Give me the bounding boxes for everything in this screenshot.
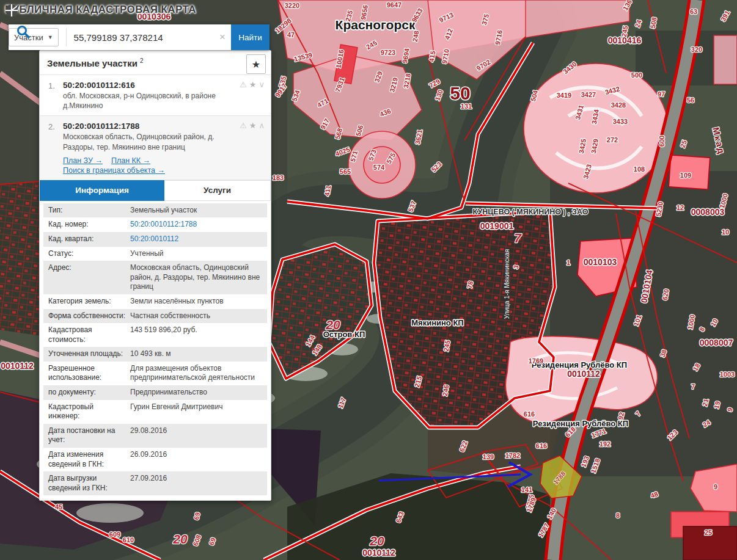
map-label: 108 (634, 165, 645, 173)
map-label: 20 (369, 534, 384, 548)
info-row: Статус:Учтенный (43, 247, 267, 261)
map-label: 20 (325, 318, 340, 332)
map-label: 78 (466, 280, 474, 289)
clear-search-icon[interactable]: × (214, 31, 231, 43)
info-label: Дата постановки на учет: (43, 424, 129, 448)
map-label: 1782 (505, 452, 520, 459)
tab-info[interactable]: Информация (40, 180, 164, 201)
info-value: 10 493 кв. м (129, 347, 267, 362)
info-row: Адрес:Московская область, Одинцовский ра… (43, 261, 267, 294)
search-icon[interactable] (16, 24, 31, 39)
warning-icon[interactable]: ⚠ (240, 81, 247, 89)
favorite-icon[interactable]: ★ (249, 81, 257, 89)
info-row: Кадастровый инженер:Гурин Евгений Дмитри… (43, 400, 267, 424)
map-label: 0010112 (362, 548, 395, 558)
results-header: Земельные участки 2 ★ (40, 51, 271, 75)
results-count: 2 (140, 57, 144, 64)
map-label: 1 (566, 259, 570, 266)
info-row: по документу:Предпринимательство (43, 385, 267, 400)
map-label: 0010112 (1, 361, 34, 371)
map-label: 45 (55, 503, 62, 511)
collapse-icon[interactable]: ∧ (258, 122, 265, 129)
detail-tabs: ИнформацияУслуги (40, 180, 271, 201)
map-label: 192 (600, 440, 610, 448)
info-row: Уточненная площадь:10 493 кв. м (43, 347, 267, 362)
info-label: Кад. квартал: (43, 232, 129, 247)
results-panel: Земельные участки 2 ★ ⚠★∨1.50:20:0010112… (39, 50, 271, 501)
map-label: 141 (521, 486, 532, 493)
map-label: 565 (340, 168, 351, 175)
info-value-link[interactable]: 50:20:0010112:1788 (129, 217, 267, 232)
chevron-down-icon: ▼ (48, 34, 53, 40)
map-label: 9 (714, 483, 717, 490)
item-link[interactable]: План КК → (111, 156, 150, 165)
info-label: Разрешенное использование: (43, 362, 129, 385)
map-label: 616 (536, 442, 547, 449)
item-index: 1. (48, 81, 63, 111)
map-label: 7 (514, 231, 522, 245)
map-label: 0010112 (567, 369, 600, 379)
map-label: 10 (722, 228, 729, 236)
map-label: 609 (109, 531, 120, 538)
map-label: 3220 (285, 2, 299, 9)
info-label: Кадастровая стоимость: (43, 323, 129, 347)
tab-services[interactable]: Услуги (164, 180, 271, 201)
info-row: Дата изменения сведений в ГКН:26.09.2016 (43, 448, 267, 471)
map-label: 1769 (529, 357, 543, 365)
map-label: 97 (658, 90, 665, 98)
result-item[interactable]: ⚠★∧2.50:20:0010112:1788Московская област… (40, 115, 271, 180)
search-bar: Участки ▼ × Найти (9, 24, 270, 50)
parcel-info-table: Тип:Земельный участокКад. номер:50:20:00… (40, 201, 271, 501)
item-address: обл. Московская, р-н Одинцовский, в райо… (63, 91, 232, 111)
info-value: Учтенный (129, 247, 267, 261)
warning-icon[interactable]: ⚠ (240, 122, 247, 129)
info-label: Кадастровый инженер: (43, 400, 129, 424)
info-label: Дата выгрузки сведений из ГКН: (43, 471, 129, 495)
map-label: 139 (483, 453, 494, 460)
map-label: Резиденция Рублёво КП (532, 360, 627, 369)
find-button[interactable]: Найти (231, 24, 270, 50)
item-cadastral-number: 50:20:0010112:1788 (63, 122, 232, 131)
info-row: Форма собственности:Частная собственност… (43, 309, 267, 324)
map-label: 63 (690, 8, 697, 15)
map-label: 47 (287, 31, 295, 38)
info-label: Тип: (43, 203, 129, 218)
item-link[interactable]: План ЗУ → (63, 156, 103, 165)
info-label: по документу: (43, 385, 129, 400)
map-label: 3433 (613, 118, 628, 125)
map-label: 610 (123, 536, 134, 544)
star-icon: ★ (252, 59, 260, 70)
info-row: Кад. квартал:50:20:0010112 (43, 232, 267, 247)
item-icons: ⚠★∨ (240, 81, 265, 89)
app-title: ПУБЛИЧНАЯ КАДАСТРОВАЯ КАРТА (5, 4, 196, 16)
info-label: Форма собственности: (43, 309, 129, 324)
item-icons: ⚠★∧ (240, 122, 265, 129)
map-label: 131 (461, 103, 472, 110)
info-row: Кад. номер:50:20:0010112:1788 (43, 217, 267, 232)
map-label: 25 (705, 529, 712, 536)
map-label: 500 (631, 71, 642, 79)
map-label: 56 (687, 96, 694, 104)
info-row: Категория земель:Земли населённых пункто… (43, 294, 267, 309)
info-value: Частная собственность (129, 309, 267, 324)
favorite-icon[interactable]: ★ (249, 122, 257, 129)
favorites-button[interactable]: ★ (246, 54, 266, 74)
map-label: Мякинино КП (411, 318, 463, 327)
map-label: 3427 (581, 91, 596, 98)
app-header: ПУБЛИЧНАЯ КАДАСТРОВАЯ КАРТА (5, 4, 196, 16)
info-value-link[interactable]: 50:20:0010112 (129, 232, 267, 247)
map-label: 616 (524, 410, 535, 418)
map-label: 183 (273, 174, 284, 181)
search-input[interactable] (66, 28, 214, 46)
map-label: 0019001 (480, 221, 514, 231)
info-row: Тип:Земельный участок (43, 203, 267, 218)
map-label: 9647 (387, 1, 402, 9)
map-label: 20 (172, 532, 188, 546)
expand-icon[interactable]: ∨ (258, 81, 265, 89)
map-label: 3419 (557, 92, 571, 99)
results-title: Земельные участки 2 (47, 58, 144, 68)
item-link[interactable]: Поиск в границах объекта → (63, 166, 165, 175)
map-label: 0008007 (700, 338, 733, 347)
item-index: 2. (48, 122, 63, 174)
result-item[interactable]: ⚠★∨1.50:20:0010112:616обл. Московская, р… (40, 75, 271, 115)
